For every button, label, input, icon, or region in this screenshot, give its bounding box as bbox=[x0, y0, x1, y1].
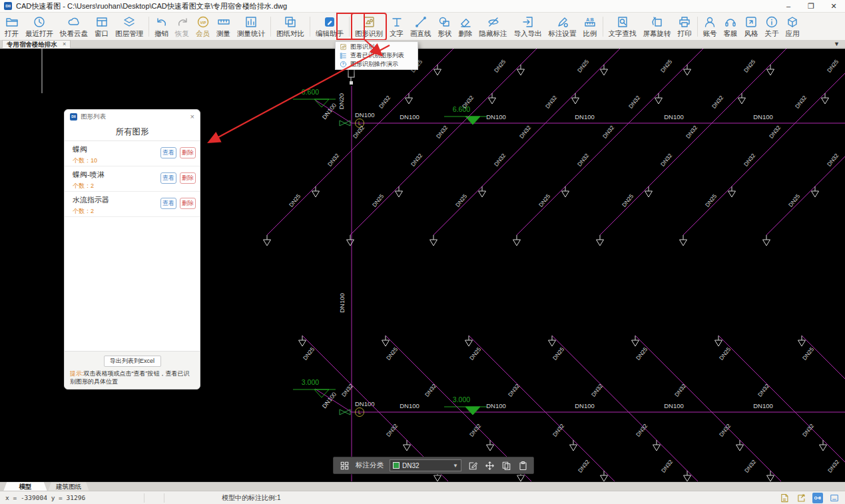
grid-icon[interactable] bbox=[339, 460, 350, 471]
sprinkler-icon bbox=[601, 69, 608, 75]
toolbar-button-label: 应用 bbox=[786, 29, 800, 38]
text-icon bbox=[390, 15, 404, 29]
sprinkler-icon bbox=[601, 475, 608, 481]
menu-item-3[interactable]: ?图形识别操作演示 bbox=[336, 60, 418, 69]
sheet-tab-drawing[interactable]: 建筑图纸 bbox=[48, 482, 89, 491]
pipe-label: DN32 bbox=[601, 124, 615, 139]
toolbar-button-vip[interactable]: VIP会员 bbox=[192, 13, 213, 40]
export-excel-button[interactable]: 导出列表到Excel bbox=[104, 356, 161, 367]
toolbar-button-cloud[interactable]: 快看云盘 bbox=[57, 13, 91, 40]
toolbar-button-line[interactable]: 画直线 bbox=[407, 13, 435, 40]
toolbar-button-label: 文字 bbox=[390, 29, 404, 38]
toolbar-button-stats[interactable]: 测量统计 bbox=[234, 13, 268, 40]
view-button[interactable]: 查看 bbox=[160, 147, 176, 158]
pipe-label: DN32 bbox=[826, 152, 840, 167]
toolbar-button-annoset[interactable]: 标注设置 bbox=[545, 13, 580, 40]
recognize-icon bbox=[340, 43, 347, 51]
color-swatch bbox=[393, 462, 400, 469]
pipe-label: DN25 bbox=[454, 192, 468, 208]
view-button[interactable]: 查看 bbox=[160, 198, 176, 209]
toolbar-button-recent[interactable]: 最近打开 bbox=[22, 13, 57, 40]
view-button[interactable]: 查看 bbox=[160, 172, 176, 184]
toolbar-button-label: 打开 bbox=[5, 29, 19, 38]
toolbar-button-window[interactable]: 窗口 bbox=[91, 13, 112, 40]
sprinkler-icon bbox=[767, 69, 774, 75]
toolbar-button-label: 屏幕旋转 bbox=[643, 29, 671, 38]
pipe-label: DN25 bbox=[302, 346, 316, 361]
toolbar-button-styleic[interactable]: 风格 bbox=[741, 13, 762, 40]
sheet-tab-model[interactable]: 模型 bbox=[3, 482, 47, 491]
dialog-close-icon[interactable]: × bbox=[190, 113, 194, 121]
graphics-list-row[interactable]: 蝶阀个数：10查看删除 bbox=[65, 141, 200, 166]
butterfly-valve-icon bbox=[345, 121, 350, 126]
pdf-export-icon[interactable] bbox=[779, 493, 790, 503]
move-icon[interactable] bbox=[484, 460, 495, 471]
sprinkler-icon bbox=[822, 98, 829, 104]
toolbar-button-label: 会员 bbox=[196, 29, 210, 38]
close-button[interactable]: ✕ bbox=[822, 0, 845, 12]
toolbar-button-hide[interactable]: 隐藏标注 bbox=[476, 13, 511, 40]
toolbar-button-about[interactable]: 关于 bbox=[762, 13, 782, 40]
toolbar-button-redo[interactable]: 恢复 bbox=[172, 13, 192, 40]
classify-select[interactable]: DN32 ▼ bbox=[390, 459, 461, 471]
toolbar-button-label: 导入导出 bbox=[514, 29, 542, 38]
toolbar-button-label: 关于 bbox=[765, 29, 779, 38]
toolbar-button-account[interactable]: 账号 bbox=[700, 13, 720, 40]
toolbar-button-app[interactable]: 应用 bbox=[782, 13, 803, 40]
menu-item-1[interactable]: 图形识别 bbox=[336, 43, 418, 51]
copy-icon[interactable] bbox=[501, 460, 511, 471]
tab-list-caret-icon[interactable]: ▼ bbox=[834, 41, 840, 47]
sprinkler-icon bbox=[549, 340, 556, 346]
graphics-list-row[interactable]: 水流指示器个数：2查看删除 bbox=[65, 192, 200, 217]
graphics-list-row[interactable]: 蝶阀-喷淋个数：2查看删除 bbox=[65, 166, 200, 192]
toolbar-button-undo[interactable]: 撤销 bbox=[151, 13, 172, 40]
compare-icon bbox=[284, 15, 297, 29]
toolbar-button-compare[interactable]: 图纸对比 bbox=[273, 13, 308, 40]
sprinkler-icon bbox=[820, 445, 827, 451]
dialog-footer: 导出列表到Excel 提示:双击表格项或点击“查看”按钮，查看已识别图形的具体位… bbox=[65, 351, 200, 389]
toolbar-button-measure[interactable]: 测量 bbox=[213, 13, 234, 40]
edit-icon[interactable] bbox=[467, 460, 478, 471]
paste-icon[interactable] bbox=[517, 460, 528, 471]
pipe-label: DN100 bbox=[400, 402, 420, 409]
menu-item-2[interactable]: 查看已识别图形列表 bbox=[336, 51, 418, 60]
toolbar-button-scale[interactable]: A:B比例 bbox=[580, 13, 601, 40]
toolbar-button-layers[interactable]: 图层管理 bbox=[112, 13, 146, 40]
toolbar-button-shape[interactable]: 形状 bbox=[435, 13, 455, 40]
toolbar-button-text[interactable]: 文字 bbox=[386, 13, 407, 40]
pipe-label: DN25 bbox=[385, 346, 399, 361]
toolbar-button-impexp[interactable]: 导入导出 bbox=[511, 13, 545, 40]
toolbar-button-open[interactable]: 打开 bbox=[1, 13, 22, 40]
sprinkler-icon bbox=[684, 69, 691, 75]
delete-button[interactable]: 删除 bbox=[180, 198, 196, 209]
delete-button[interactable]: 删除 bbox=[180, 147, 196, 158]
annotation-mode-icon[interactable] bbox=[812, 493, 823, 503]
delete-button[interactable]: 删除 bbox=[180, 172, 196, 184]
tab-close-icon[interactable]: × bbox=[63, 41, 66, 48]
share-drawing-icon[interactable] bbox=[796, 493, 806, 503]
exhaust-valve-icon bbox=[348, 69, 354, 77]
undo-icon bbox=[155, 15, 168, 29]
toolbar-button-rotate[interactable]: 屏幕旋转 bbox=[640, 13, 675, 40]
panel-toggle-icon[interactable] bbox=[829, 493, 840, 503]
assistant-icon bbox=[323, 15, 336, 29]
minimize-button[interactable]: – bbox=[777, 0, 800, 12]
measure-icon bbox=[217, 15, 230, 29]
toolbar-button-recognize[interactable]: 图形识别 bbox=[352, 13, 386, 40]
toolbar-button-find[interactable]: 文字查找 bbox=[605, 13, 640, 40]
pipe-label: DN25 bbox=[635, 346, 649, 361]
pipe-label: DN25 bbox=[742, 58, 756, 73]
toolbar-button-assistant[interactable]: 编辑助手 bbox=[312, 13, 347, 40]
pipe-label: DN100 bbox=[664, 113, 684, 121]
pipe-label: DN25 bbox=[551, 346, 565, 361]
pipe-label: DN32 bbox=[340, 382, 354, 397]
sprinkler-icon bbox=[715, 340, 722, 346]
erase-icon bbox=[459, 15, 472, 29]
document-tab[interactable]: 专用宿舍楼给排水 × bbox=[2, 40, 71, 48]
toolbar-button-erase[interactable]: 删除 bbox=[455, 13, 476, 40]
toolbar-button-print[interactable]: 打印 bbox=[675, 13, 695, 40]
maximize-button[interactable]: ❐ bbox=[800, 0, 822, 12]
toolbar-button-service[interactable]: 客服 bbox=[720, 13, 741, 40]
sprinkler-icon bbox=[738, 98, 746, 104]
riser-node bbox=[350, 81, 353, 85]
